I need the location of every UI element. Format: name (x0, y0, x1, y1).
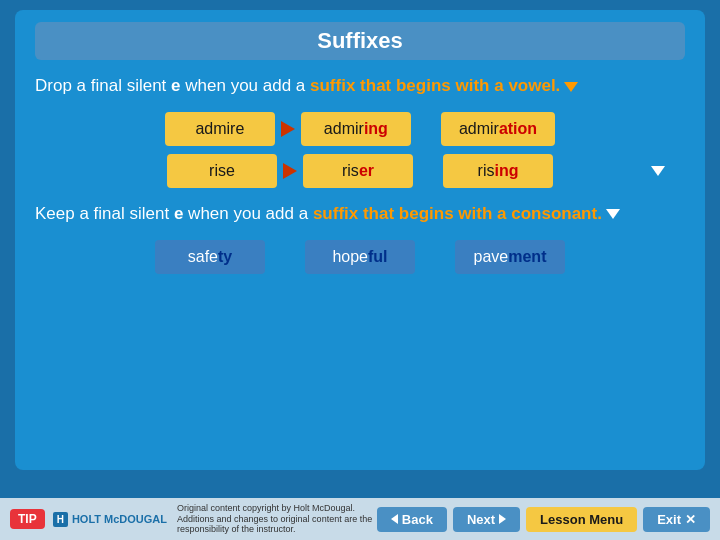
word-box-admiration: admiration (441, 112, 555, 146)
word-row-rise: rise riser rising (35, 154, 685, 188)
lesson-menu-button[interactable]: Lesson Menu (526, 507, 637, 532)
word-row-section2: safety hopeful pavement (35, 240, 685, 274)
word-box-hopeful: hopeful (305, 240, 415, 274)
word-row-admire: admire admiring admiration (35, 112, 685, 146)
tip-badge: TIP (10, 509, 45, 529)
footer-bar: TIP H HOLT McDOUGAL Original content cop… (0, 498, 720, 540)
rule1-arrow (564, 82, 578, 92)
nav-buttons: Back Next Lesson Menu Exit ✕ (377, 507, 710, 532)
word-box-pavement: pavement (455, 240, 565, 274)
back-button[interactable]: Back (377, 507, 447, 532)
arrow-admire-1 (281, 121, 295, 137)
rule1-end-arrow (651, 166, 665, 176)
title-bar: Suffixes (35, 22, 685, 60)
word-box-riser: riser (303, 154, 413, 188)
rule1-text: Drop a final silent e when you add a suf… (35, 74, 685, 98)
rule2-arrow (606, 209, 620, 219)
arrow-rise-1 (283, 163, 297, 179)
next-button[interactable]: Next (453, 507, 520, 532)
holt-logo-icon: H (53, 512, 68, 527)
footer-copyright: Original content copyright by Holt McDou… (177, 503, 377, 535)
exit-button[interactable]: Exit ✕ (643, 507, 710, 532)
main-content: Suffixes Drop a final silent e when you … (15, 10, 705, 470)
back-chevron-icon (391, 514, 398, 524)
word-box-safety: safety (155, 240, 265, 274)
rule2-text: Keep a final silent e when you add a suf… (35, 202, 685, 226)
page-title: Suffixes (317, 28, 403, 53)
exit-x-icon: ✕ (685, 512, 696, 527)
word-box-rising: rising (443, 154, 553, 188)
next-chevron-icon (499, 514, 506, 524)
holt-logo: H HOLT McDOUGAL (53, 512, 167, 527)
word-box-admire: admire (165, 112, 275, 146)
word-box-admiring: admiring (301, 112, 411, 146)
word-box-rise: rise (167, 154, 277, 188)
holt-logo-text: HOLT McDOUGAL (72, 513, 167, 525)
